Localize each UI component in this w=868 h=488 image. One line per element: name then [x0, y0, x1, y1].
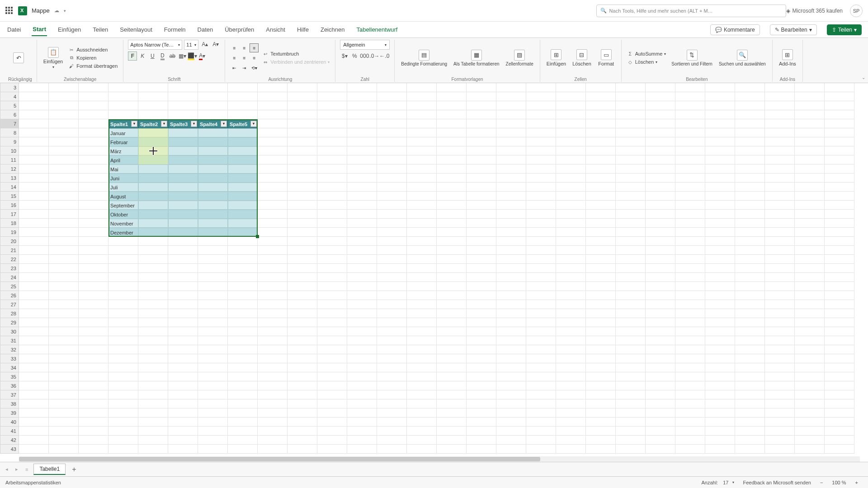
table-cell[interactable]: März: [108, 146, 138, 155]
cell[interactable]: [407, 363, 437, 372]
cell[interactable]: [347, 164, 377, 174]
cell[interactable]: [288, 174, 317, 183]
cell[interactable]: [138, 255, 168, 264]
cell[interactable]: [735, 318, 765, 327]
cell[interactable]: [288, 192, 317, 201]
cell[interactable]: [526, 110, 556, 119]
cell[interactable]: [825, 137, 854, 146]
grow-font-button[interactable]: A▴: [200, 40, 209, 49]
cell[interactable]: [467, 291, 496, 300]
cell[interactable]: [49, 119, 79, 128]
cell[interactable]: [288, 264, 317, 273]
cell[interactable]: [138, 445, 168, 454]
cell[interactable]: [347, 399, 377, 408]
cell[interactable]: [108, 436, 138, 445]
cell[interactable]: [705, 399, 735, 408]
cell[interactable]: [108, 83, 138, 92]
cell[interactable]: [556, 327, 586, 336]
cell[interactable]: [19, 246, 49, 255]
cell[interactable]: [586, 445, 616, 454]
cell[interactable]: [765, 273, 795, 282]
cell[interactable]: [705, 164, 735, 174]
wrap-text-button[interactable]: ↩Textumbruch: [261, 50, 330, 57]
row-header[interactable]: 38: [0, 399, 19, 408]
cell[interactable]: [825, 408, 854, 418]
cell[interactable]: [258, 327, 288, 336]
cell[interactable]: [705, 372, 735, 381]
cell[interactable]: [616, 372, 646, 381]
cell[interactable]: [317, 318, 347, 327]
cell[interactable]: [19, 445, 49, 454]
cell[interactable]: [317, 228, 347, 237]
avatar[interactable]: SP: [850, 5, 863, 17]
cell[interactable]: [168, 264, 198, 273]
row-header[interactable]: 26: [0, 291, 19, 300]
cell[interactable]: [49, 336, 79, 345]
cell[interactable]: [79, 264, 108, 273]
cell[interactable]: [198, 264, 228, 273]
cell[interactable]: [168, 318, 198, 327]
cell[interactable]: [288, 427, 317, 436]
cell[interactable]: [108, 110, 138, 119]
cell[interactable]: [765, 183, 795, 192]
cell[interactable]: [79, 399, 108, 408]
cut-button[interactable]: ✂Ausschneiden: [67, 46, 118, 53]
cell[interactable]: [288, 300, 317, 309]
cell[interactable]: [675, 119, 705, 128]
cell[interactable]: [496, 192, 526, 201]
cell[interactable]: [616, 237, 646, 246]
table-cell[interactable]: Mai: [108, 164, 138, 174]
cell[interactable]: [586, 146, 616, 155]
row-header[interactable]: 13: [0, 174, 19, 183]
cell[interactable]: [228, 418, 258, 427]
cell[interactable]: [765, 219, 795, 228]
cell[interactable]: [765, 445, 795, 454]
cell[interactable]: [735, 427, 765, 436]
cell[interactable]: [825, 282, 854, 291]
cell[interactable]: [49, 228, 79, 237]
cell[interactable]: [49, 137, 79, 146]
tab-formeln[interactable]: Formeln: [163, 23, 187, 36]
cell[interactable]: [735, 110, 765, 119]
table-cell[interactable]: [168, 174, 198, 183]
cell[interactable]: [735, 390, 765, 399]
cell[interactable]: [377, 164, 407, 174]
cell[interactable]: [526, 381, 556, 390]
table-cell[interactable]: [138, 210, 168, 219]
cell[interactable]: [675, 101, 705, 110]
cell[interactable]: [735, 445, 765, 454]
cell[interactable]: [228, 436, 258, 445]
cell[interactable]: [616, 327, 646, 336]
cell[interactable]: [616, 436, 646, 445]
cell[interactable]: [526, 164, 556, 174]
row-header[interactable]: 11: [0, 155, 19, 164]
font-name-select[interactable]: Aptos Narrow (Te…▾: [128, 40, 182, 50]
row-header[interactable]: 37: [0, 390, 19, 399]
cell[interactable]: [198, 309, 228, 318]
cell[interactable]: [377, 354, 407, 363]
cell[interactable]: [347, 219, 377, 228]
cell[interactable]: [675, 110, 705, 119]
cell[interactable]: [526, 83, 556, 92]
cell[interactable]: [198, 399, 228, 408]
cell[interactable]: [19, 300, 49, 309]
format-painter-button[interactable]: 🖌Format übertragen: [67, 62, 118, 70]
cell[interactable]: [616, 363, 646, 372]
cell[interactable]: [556, 174, 586, 183]
cell[interactable]: [556, 83, 586, 92]
cell[interactable]: [19, 183, 49, 192]
cell[interactable]: [437, 309, 467, 318]
cell[interactable]: [795, 445, 825, 454]
cell[interactable]: [586, 399, 616, 408]
cell[interactable]: [168, 336, 198, 345]
cell[interactable]: [79, 336, 108, 345]
cell[interactable]: [646, 155, 675, 164]
cell[interactable]: [675, 363, 705, 372]
cell[interactable]: [138, 300, 168, 309]
table-header[interactable]: Spalte5▾: [228, 119, 258, 128]
cell[interactable]: [586, 228, 616, 237]
cell[interactable]: [437, 264, 467, 273]
indent-buttons[interactable]: ⇤⇥⟲▾: [230, 63, 259, 72]
tab-seitenlayout[interactable]: Seitenlayout: [119, 23, 153, 36]
row-header[interactable]: 14: [0, 183, 19, 192]
